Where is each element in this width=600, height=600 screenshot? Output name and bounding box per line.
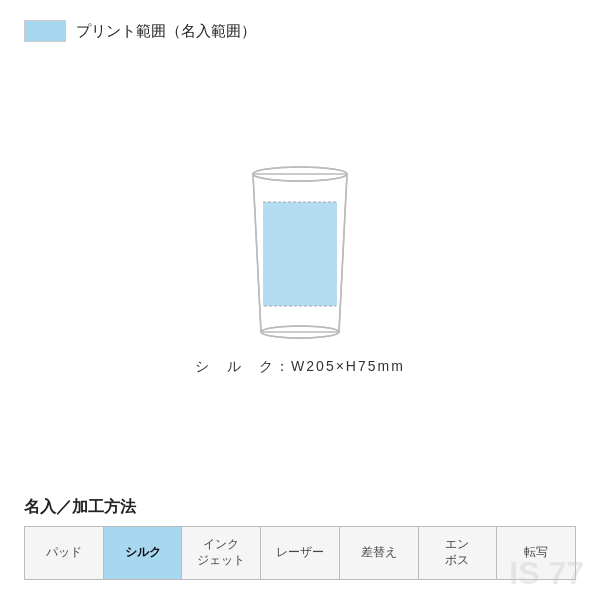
method-buttons: パッドシルクインクジェットレーザー差替えエンボス転写 xyxy=(24,526,576,580)
method-btn-inkjet[interactable]: インクジェット xyxy=(182,527,261,579)
method-btn-pad[interactable]: パッド xyxy=(25,527,104,579)
page-container: プリント範囲（名入範囲） xyxy=(0,0,600,600)
method-title: 名入／加工方法 xyxy=(24,497,576,518)
legend-label: プリント範囲（名入範囲） xyxy=(76,22,256,41)
is77-badge: IS 77 xyxy=(509,555,584,592)
cup-label: シ ル ク：W205×H75mm xyxy=(195,358,405,376)
legend-row: プリント範囲（名入範囲） xyxy=(24,20,576,42)
method-btn-laser[interactable]: レーザー xyxy=(261,527,340,579)
method-btn-emboss[interactable]: エンボス xyxy=(419,527,498,579)
legend-color-box xyxy=(24,20,66,42)
svg-rect-2 xyxy=(263,202,337,306)
cup-diagram xyxy=(235,164,365,344)
cup-svg xyxy=(235,164,365,344)
method-btn-replace[interactable]: 差替え xyxy=(340,527,419,579)
method-btn-silk[interactable]: シルク xyxy=(104,527,183,579)
cup-area: シ ル ク：W205×H75mm xyxy=(24,52,576,487)
bottom-section: 名入／加工方法 パッドシルクインクジェットレーザー差替えエンボス転写 xyxy=(24,497,576,580)
